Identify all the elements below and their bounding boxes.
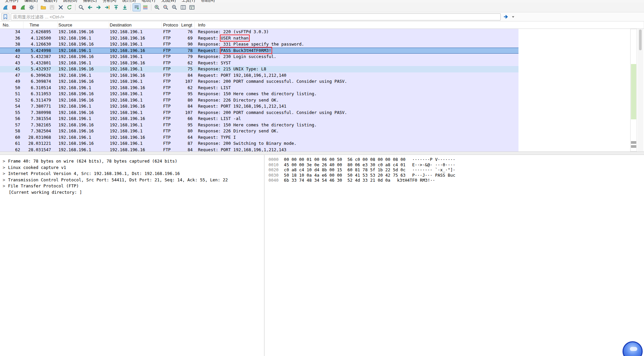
packet-row[interactable]: 567.381554192.168.196.1192.168.196.16FTP… bbox=[0, 116, 518, 122]
packet-row[interactable]: 587.382504192.168.196.16192.168.196.1FTP… bbox=[0, 128, 518, 134]
menu-item[interactable]: 视图(V) bbox=[41, 0, 60, 2]
menu-item[interactable]: 统计(S) bbox=[119, 0, 139, 2]
hex-row[interactable]: 0020c0 a8 c4 10 d4 8b 00 1560 81 78 5f 1… bbox=[268, 167, 644, 173]
capture-options-icon[interactable] bbox=[28, 3, 36, 11]
packet-row[interactable]: 6228.031547192.168.196.1192.168.196.16FT… bbox=[0, 147, 518, 152]
packet-detail-pane: >Frame 40: 78 bytes on wire (624 bits), … bbox=[0, 155, 264, 356]
detail-text: [Current working directory: ] bbox=[9, 190, 82, 195]
column-header-lengt[interactable]: Lengt bbox=[180, 21, 195, 28]
open-file-icon[interactable] bbox=[39, 3, 47, 11]
go-last-icon[interactable] bbox=[121, 3, 129, 11]
column-header-protoco[interactable]: Protoco bbox=[162, 21, 180, 28]
packet-row[interactable]: 425.432387192.168.196.16192.168.196.1FTP… bbox=[0, 54, 518, 60]
expand-chevron-icon[interactable]: > bbox=[3, 158, 8, 165]
zoom-out-icon[interactable] bbox=[162, 3, 170, 11]
toolbar-separator bbox=[131, 4, 131, 10]
column-header-info[interactable]: Info bbox=[195, 21, 644, 28]
menu-item[interactable]: 捕获(C) bbox=[80, 0, 100, 2]
go-back-icon[interactable] bbox=[86, 3, 94, 11]
menu-item[interactable]: 跳转(G) bbox=[60, 0, 80, 2]
packet-list-header: No.TimeSourceDestinationProtocoLengtInfo bbox=[0, 21, 644, 29]
packet-row[interactable]: 342.626895192.168.196.16192.168.196.1FTP… bbox=[0, 29, 518, 35]
colorize-icon[interactable] bbox=[141, 3, 149, 11]
go-forward-icon[interactable] bbox=[95, 3, 103, 11]
hex-row[interactable]: 00406b 33 74 48 34 54 46 3052 4d 33 21 0… bbox=[268, 178, 644, 183]
find-packet-icon[interactable] bbox=[77, 3, 85, 11]
toolbar-separator bbox=[37, 4, 38, 10]
intelligent-scrollbar-map[interactable] bbox=[630, 29, 637, 152]
menu-item[interactable]: 文件(F) bbox=[2, 0, 21, 2]
start-capture-icon[interactable] bbox=[1, 3, 9, 11]
goto-packet-icon[interactable] bbox=[103, 3, 111, 11]
expand-chevron-icon[interactable]: > bbox=[3, 183, 8, 189]
hex-dump: 000000 00 00 01 00 06 00 5056 c0 00 08 0… bbox=[268, 157, 644, 183]
packet-row[interactable]: 526.311479192.168.196.16192.168.196.1FTP… bbox=[0, 97, 518, 104]
auto-scroll-icon[interactable] bbox=[133, 3, 141, 11]
scrollbar-handle[interactable] bbox=[639, 29, 642, 50]
packet-row[interactable]: 455.432937192.168.196.16192.168.196.1FTP… bbox=[0, 66, 518, 72]
menu-item[interactable]: 帮助(H) bbox=[198, 0, 218, 2]
minimap-segment bbox=[631, 64, 636, 119]
toolbar-separator bbox=[75, 4, 76, 10]
packet-row[interactable]: 405.424998192.168.196.1192.168.196.16FTP… bbox=[0, 48, 518, 54]
menu-item[interactable]: 无线(W) bbox=[158, 0, 179, 2]
bottom-panes: >Frame 40: 78 bytes on wire (624 bits), … bbox=[0, 155, 644, 356]
hex-row[interactable]: 001045 00 00 3e 0e 26 40 0080 06 e3 30 c… bbox=[268, 162, 644, 168]
menu-item[interactable]: 电话(Y) bbox=[139, 0, 158, 2]
stop-capture-icon[interactable] bbox=[10, 3, 18, 11]
restart-capture-icon[interactable] bbox=[19, 3, 27, 11]
column-header-no[interactable]: No. bbox=[0, 21, 23, 28]
packet-row[interactable]: 506.310514192.168.196.1192.168.196.16FTP… bbox=[0, 85, 518, 91]
horizontal-splitter[interactable] bbox=[0, 152, 644, 155]
packet-row[interactable]: 435.432801192.168.196.1192.168.196.16FTP… bbox=[0, 60, 518, 66]
detail-text: Transmission Control Protocol, Src Port:… bbox=[8, 177, 228, 182]
zoom-reset-icon[interactable] bbox=[170, 3, 179, 11]
save-file-icon[interactable] bbox=[48, 3, 56, 11]
packet-list-scrollbar[interactable] bbox=[638, 29, 643, 152]
zoom-in-icon[interactable] bbox=[153, 3, 161, 11]
resize-columns-icon[interactable] bbox=[179, 3, 187, 11]
minimap-segment bbox=[631, 145, 636, 148]
detail-line[interactable]: >Frame 40: 78 bytes on wire (624 bits), … bbox=[0, 158, 264, 165]
detail-line[interactable]: >File Transfer Protocol (FTP) bbox=[0, 183, 264, 189]
packet-row[interactable]: 547.380771192.168.196.1192.168.196.16FTP… bbox=[0, 103, 518, 110]
close-file-icon[interactable] bbox=[57, 3, 65, 11]
detail-text: Internet Protocol Version 4, Src: 192.16… bbox=[8, 171, 180, 176]
expand-chevron-icon[interactable]: > bbox=[3, 165, 8, 171]
packet-row[interactable]: 476.309628192.168.196.1192.168.196.16FTP… bbox=[0, 72, 518, 79]
hex-row[interactable]: 000000 00 00 01 00 06 00 5056 c0 00 08 0… bbox=[268, 157, 644, 162]
apply-filter-icon[interactable] bbox=[502, 13, 510, 20]
expand-chevron-icon[interactable]: > bbox=[3, 177, 8, 183]
minimap-segment bbox=[631, 141, 636, 144]
menu-item[interactable]: 分析(A) bbox=[100, 0, 119, 2]
reset-layout-icon[interactable] bbox=[188, 3, 196, 11]
packet-row[interactable]: 496.309874192.168.196.16192.168.196.1FTP… bbox=[0, 78, 518, 85]
packet-row[interactable]: 6028.031068192.168.196.1192.168.196.16FT… bbox=[0, 134, 518, 141]
column-header-time[interactable]: Time bbox=[23, 21, 58, 28]
menu-item[interactable]: 编辑(E) bbox=[21, 0, 41, 2]
detail-line[interactable]: [Current working directory: ] bbox=[0, 189, 264, 196]
go-first-icon[interactable] bbox=[112, 3, 120, 11]
reload-file-icon[interactable] bbox=[65, 3, 73, 11]
packet-row[interactable]: 384.126630192.168.196.16192.168.196.1FTP… bbox=[0, 41, 518, 48]
filter-dropdown-chevron-icon[interactable] bbox=[510, 13, 516, 20]
packet-row[interactable]: 364.126500192.168.196.1192.168.196.16FTP… bbox=[0, 35, 518, 42]
column-header-destination[interactable]: Destination bbox=[109, 21, 162, 28]
toolbar-separator bbox=[151, 4, 151, 10]
detail-line[interactable]: >Transmission Control Protocol, Src Port… bbox=[0, 177, 264, 183]
detail-line[interactable]: >Linux cooked capture v1 bbox=[0, 165, 264, 171]
packet-row[interactable]: 6128.031221192.168.196.16192.168.196.1FT… bbox=[0, 140, 518, 147]
detail-line[interactable]: >Internet Protocol Version 4, Src: 192.1… bbox=[0, 171, 264, 177]
menu-item[interactable]: 工具(T) bbox=[179, 0, 198, 2]
filter-bookmark-icon[interactable] bbox=[1, 13, 9, 20]
packet-row[interactable]: 577.382165192.168.196.16192.168.196.1FTP… bbox=[0, 122, 518, 128]
filter-bar bbox=[0, 12, 644, 21]
packet-row[interactable]: 516.311053192.168.196.16192.168.196.1FTP… bbox=[0, 91, 518, 97]
display-filter-input[interactable] bbox=[11, 13, 501, 20]
menu-bar-items: 文件(F)编辑(E)视图(V)跳转(G)捕获(C)分析(A)统计(S)电话(Y)… bbox=[0, 0, 644, 2]
expand-chevron-icon[interactable]: > bbox=[3, 171, 8, 177]
packet-row[interactable]: 557.380998192.168.196.16192.168.196.1FTP… bbox=[0, 110, 518, 116]
packet-list: 342.626895192.168.196.16192.168.196.1FTP… bbox=[0, 29, 518, 152]
hex-row[interactable]: 003050 18 10 0a 4a e6 00 0050 41 53 53 2… bbox=[268, 173, 644, 178]
column-header-source[interactable]: Source bbox=[58, 21, 109, 28]
